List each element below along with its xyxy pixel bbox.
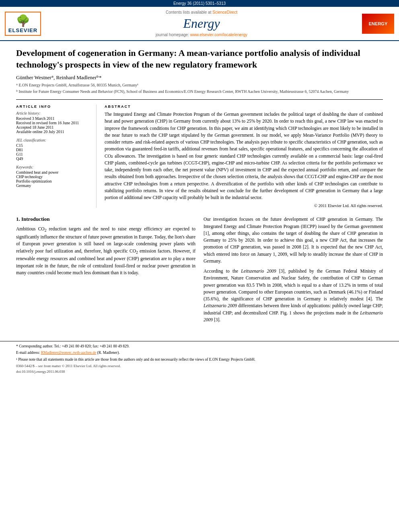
header-divider [16,99,383,100]
authors: Günther Westnerᵃ, Reinhard Madlenerᵇ* [16,74,383,81]
keywords-section: Keywords: Combined heat and power CHP te… [16,165,91,188]
history-section: Article history: Received 3 March 2011 R… [16,111,91,134]
introduction-section: 1. Introduction Ambitious CO2 reduction … [16,216,383,327]
abstract-text: The Integrated Energy and Climate Protec… [105,111,383,201]
email-footnote: E-mail address: RMadlener@eonerc.rwth-aa… [16,350,383,355]
article-info-col: ARTICLE INFO Article history: Received 3… [16,105,97,208]
right-para-2: According to the Leitszenario 2009 [3], … [204,268,383,323]
jel-d81: D81 [16,148,91,152]
sciencedirect-link[interactable]: Contents lists available at ScienceDirec… [41,10,362,14]
issn-line2: doi:10.1016/j.energy.2011.06.038 [16,370,383,374]
homepage-prefix: journal homepage: [156,33,190,37]
energy-logo-box: ENERGY [362,14,394,34]
main-content: Development of cogeneration in Germany: … [0,41,399,333]
abstract-label: ABSTRACT [105,105,383,109]
email-label: E-mail address: [16,351,41,355]
author-names: Günther Westnerᵃ, Reinhard Madlenerᵇ* [16,74,102,80]
jel-g11: G11 [16,152,91,156]
article-title: Development of cogeneration in Germany: … [16,47,383,70]
copyright: © 2011 Elsevier Ltd. All rights reserved… [105,203,383,208]
sciencedirect-anchor[interactable]: ScienceDirect [212,10,237,14]
page-footer: * Corresponding author. Tel.: +49 241 80… [0,341,399,374]
note1-footnote: ¹ Please note that all statements made i… [16,357,383,362]
affiliation-b: ᵇ Institute for Future Energy Consumer N… [16,89,383,94]
jel-q49: Q49 [16,156,91,161]
abstract-section: The Integrated Energy and Climate Protec… [105,111,383,208]
body-two-col: 1. Introduction Ambitious CO2 reduction … [16,216,383,327]
email-suffix: (R. Madlener). [96,351,120,355]
sciencedirect-prefix: Contents lists available at [166,10,212,14]
article-info-abstract: ARTICLE INFO Article history: Received 3… [16,105,383,208]
intro-para-1: Ambitious CO2 reduction targets and the … [16,226,195,276]
elsevier-logo: 🌳 ELSEVIER [5,12,41,36]
corresponding-text: * Corresponding author. Tel.: +49 241 80… [16,344,130,348]
received-revised: Received in revised form 16 June 2011 [16,121,91,125]
intro-heading-text: 1. Introduction [16,216,50,222]
email-link[interactable]: RMadlener@eonerc.rwth-aachen.de [41,351,96,355]
article-info-label: ARTICLE INFO [16,105,91,109]
keyword-2: CHP technology [16,175,91,179]
keyword-4: Germany [16,183,91,188]
abstract-col: ABSTRACT The Integrated Energy and Clima… [105,105,383,208]
affiliation-a: ᵃ E.ON Energy Projects GmbH, Arnulfstras… [16,82,383,88]
journal-citation: Energy 36 (2011) 5301–5313 [173,1,226,6]
body-right-col: Our investigation focuses on the future … [204,216,383,327]
available-date: Available online 20 July 2011 [16,129,91,134]
energy-logo-text: ENERGY [369,21,387,26]
journal-title: Energy [41,16,362,31]
intro-heading: 1. Introduction [16,216,195,222]
jel-c15: C15 [16,143,91,148]
corresponding-footnote: * Corresponding author. Tel.: +49 241 80… [16,344,383,349]
keyword-1: Combined heat and power [16,170,91,175]
journal-center: Contents lists available at ScienceDirec… [41,10,362,37]
keyword-3: Portfolio optimization [16,179,91,183]
issn-line1: 0360-5442/$ – see front matter © 2011 El… [16,364,383,368]
accepted-date: Accepted 18 June 2011 [16,125,91,129]
jel-label: JEL classification: [16,138,91,142]
jel-section: JEL classification: C15 D81 G11 Q49 [16,138,91,161]
journal-homepage[interactable]: journal homepage: www.elsevier.com/locat… [41,33,362,37]
energy-logo-right: ENERGY [362,14,394,34]
elsevier-wordmark: ELSEVIER [7,27,39,33]
keywords-label: Keywords: [16,165,91,169]
journal-header: 🌳 ELSEVIER Contents lists available at S… [0,7,399,41]
right-para-1: Our investigation focuses on the future … [204,216,383,265]
history-label: Article history: [16,111,91,115]
body-left-col: 1. Introduction Ambitious CO2 reduction … [16,216,195,327]
received-date: Received 3 March 2011 [16,116,91,121]
homepage-link[interactable]: www.elsevier.com/locate/energy [190,33,247,37]
journal-citation-bar: Energy 36 (2011) 5301–5313 [0,0,399,7]
tree-icon: 🌳 [7,14,39,27]
